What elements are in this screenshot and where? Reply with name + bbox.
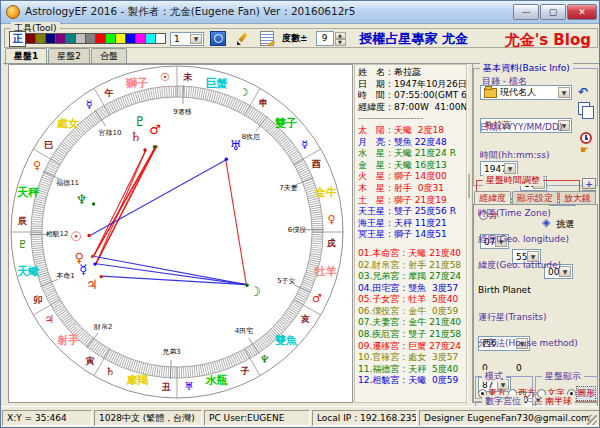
house-label-3: 兄弟3 — [162, 348, 180, 356]
settings-panel: 基本資料(Basic Info) 目錄 - 檔名 現代名人 ▼ ↶ 希拉蕊 ▼ … — [472, 64, 599, 403]
color-swatch-0[interactable] — [26, 33, 36, 44]
house-cusp-tick — [170, 360, 171, 379]
sign-ruler-glyph-天蠍: ♇ — [18, 238, 28, 251]
zodiac-sign-label-金牛: 金牛 — [314, 186, 337, 199]
blog-link[interactable]: 尤金's Blog — [505, 31, 591, 50]
sign-ruler-glyph-雙魚: ♆ — [260, 353, 270, 366]
status-bar: X:Y = 35:4641028中文 (繁體，台灣)PC User:EUGENE… — [1, 406, 600, 428]
zodiac-sign-label-雙魚: 雙魚 — [274, 334, 298, 347]
tab-合盤[interactable]: 合盤 — [91, 48, 127, 64]
natal-chart-panel: ♂牡羊戌♀金牛酉☿雙子申☽巨蟹未☉獅子午☿處女巳♀天秤辰♇天蠍卯♃射手寅♄摩羯丑… — [8, 64, 353, 403]
settings-tab-顯示設定[interactable]: 顯示設定 — [512, 191, 558, 204]
info-line: 火 星：獅子 14度00 — [355, 171, 466, 183]
sign-ruler-glyph-水瓶: ♅ — [184, 380, 194, 393]
earthly-branch-酉: 酉 — [312, 159, 321, 169]
spin-down-icon[interactable]: ▼ — [335, 39, 346, 46]
map-pick-icon[interactable]: ◈ — [542, 216, 550, 229]
folder-dropdown[interactable]: 現代名人 ▼ — [480, 85, 572, 100]
color-swatch-12[interactable] — [146, 33, 156, 44]
color-swatch-8[interactable] — [106, 33, 116, 44]
inner-circle — [42, 97, 312, 367]
planet-dot-pluto — [153, 145, 156, 148]
degree-value[interactable]: 9 — [316, 31, 334, 46]
transits-label: 運行星(Transits) — [478, 311, 547, 324]
color-swatch-5[interactable] — [76, 33, 86, 44]
dropdown-arrow-icon[interactable]: ▼ — [504, 163, 516, 174]
zero-value-2: 0 — [516, 363, 522, 373]
house-label-11: 福德11 — [56, 179, 79, 187]
zodiac-sign-label-水瓶: 水瓶 — [205, 374, 228, 387]
zodiac-sign-label-牡羊: 牡羊 — [314, 265, 337, 278]
reset-color-button[interactable]: 正 — [9, 31, 26, 47]
earthly-branch-卯: 卯 — [32, 295, 42, 305]
pen-width-dropdown[interactable]: 1 ▼ — [170, 32, 204, 46]
zodiac-sign-label-雙子: 雙子 — [274, 117, 297, 130]
status-cell-2: PC User:EUGENE — [204, 410, 310, 426]
folder-icon — [484, 88, 497, 98]
earthly-branch-寅: 寅 — [85, 356, 95, 366]
pointing-hand-icon[interactable]: ☛ — [580, 144, 589, 155]
minimize-button[interactable]: — — [513, 4, 539, 20]
maximize-button[interactable]: ▢ — [540, 4, 566, 20]
earthly-branch-巳: 巳 — [44, 140, 53, 150]
info-line: 09.遷移宮：巨蟹 27度24 — [355, 341, 466, 353]
color-swatch-11[interactable] — [136, 33, 146, 44]
house-label-10: 官祿10 — [98, 129, 121, 137]
sign-ruler-glyph-射手: ♃ — [44, 313, 54, 326]
info-line: 08.疾厄宮：雙子 21度58 — [355, 329, 466, 341]
sign-ruler-glyph-天秤: ♀ — [33, 159, 41, 172]
dropdown-arrow-icon[interactable]: ▼ — [190, 34, 202, 44]
planet-dot-saturn — [143, 148, 146, 151]
house-label-1: 本命1 — [56, 272, 74, 280]
pencil-icon[interactable] — [236, 32, 250, 46]
resize-grip[interactable] — [587, 415, 597, 425]
color-swatch-7[interactable] — [96, 33, 106, 44]
color-swatch-13[interactable] — [156, 33, 166, 44]
info-line: 01.本命宮：天蠍 21度40 — [355, 248, 466, 260]
planet-dot-uranus — [225, 157, 228, 160]
edit-note-icon[interactable] — [260, 31, 274, 46]
info-line: 經緯度：87:00W 41:00N — [355, 102, 466, 114]
planet-dot-sun — [87, 234, 90, 237]
color-swatch-2[interactable] — [46, 33, 56, 44]
earthly-branch-丑: 丑 — [162, 382, 171, 392]
planet-dot-mercury — [93, 262, 96, 265]
planet-glyph-mars: ♂ — [149, 122, 161, 137]
planet-dot-venus — [91, 255, 94, 258]
spin-up-icon[interactable]: ▲ — [335, 32, 346, 39]
copy-file-icon[interactable] — [578, 102, 590, 115]
color-swatch-3[interactable] — [56, 33, 66, 44]
aspect-line-sun-uranus — [90, 160, 226, 236]
house-method-label: 分宮法(House method) — [478, 337, 578, 350]
close-button[interactable]: ✕ — [567, 4, 597, 20]
color-swatch-9[interactable] — [116, 33, 126, 44]
planet-glyph-saturn: ♄ — [130, 129, 142, 144]
settings-tab-經緯度[interactable]: 經緯度 — [474, 191, 511, 204]
time-label: 時間(hh:mm:ss) — [480, 149, 549, 162]
adjust-plus-button[interactable]: + — [582, 178, 596, 189]
info-line: 06.僕役宮：金牛 0度59 — [355, 306, 466, 318]
color-swatch-4[interactable] — [66, 33, 76, 44]
info-line: 姓 名：希拉蕊 — [355, 67, 466, 79]
info-line: 10.官祿宮：處女 3度57 — [355, 352, 466, 364]
app-window: AstrologyEF 2016 - 製作者：尤金(Eugene Fan) Ve… — [0, 0, 600, 428]
tab-星盤2[interactable]: 星盤2 — [48, 48, 90, 64]
window-title: AstrologyEF 2016 - 製作者：尤金(Eugene Fan) Ve… — [25, 5, 355, 19]
color-swatch-1[interactable] — [36, 33, 46, 44]
dropdown-arrow-icon[interactable]: ▼ — [558, 87, 570, 98]
info-line: 時 間：07:55:00(GMT 6) — [355, 90, 466, 102]
splitter-grip — [468, 174, 470, 198]
undo-icon[interactable]: ↶ — [578, 85, 588, 99]
house-label-5: 5子女 — [277, 277, 295, 285]
color-swatch-10[interactable] — [126, 33, 136, 44]
settings-tab-放大鏡[interactable]: 放大鏡 — [559, 191, 596, 204]
planet-glyph-uranus: ♅ — [229, 138, 241, 153]
earthly-branch-亥: 亥 — [300, 314, 310, 324]
settings-tab-strip: 經緯度顯示設定放大鏡 — [474, 191, 597, 204]
clock-icon[interactable] — [580, 132, 592, 144]
info-line: -------------------- — [355, 113, 466, 125]
color-swatch-6[interactable] — [86, 33, 96, 44]
capture-icon-button[interactable] — [210, 31, 226, 46]
earthly-branch-申: 申 — [259, 98, 268, 108]
app-icon — [6, 5, 20, 19]
